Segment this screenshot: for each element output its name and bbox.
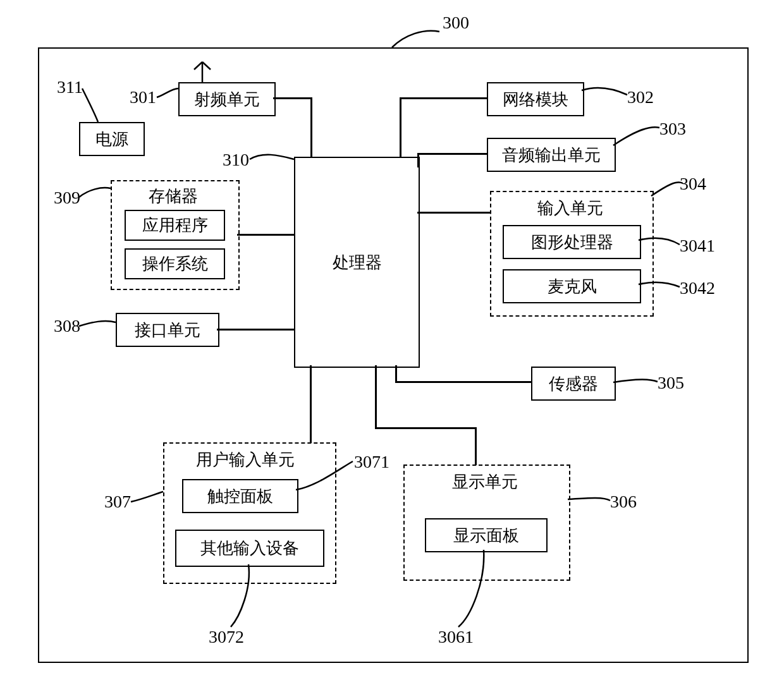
leaders <box>0 0 784 680</box>
diagram-canvas: 处理器 射频单元 电源 网络模块 音频输出单元 存储器 应用程序 操作系统 接口… <box>0 0 784 680</box>
